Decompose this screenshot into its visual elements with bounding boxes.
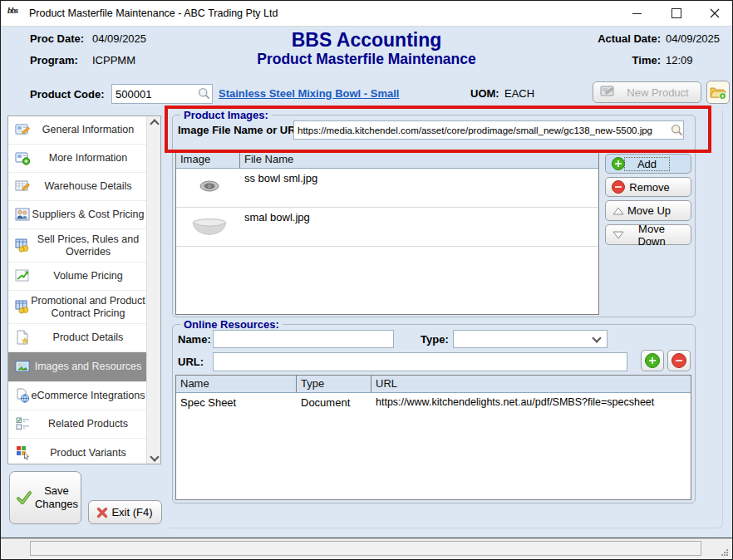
chevron-down-icon bbox=[592, 333, 601, 342]
image-url-label: Image File Name or URL: bbox=[178, 124, 306, 136]
new-product-label: New Product bbox=[615, 86, 701, 99]
resource-name-label: Name: bbox=[178, 333, 211, 346]
exit-label: Exit (F4) bbox=[108, 506, 156, 518]
product-code-search-icon[interactable] bbox=[198, 87, 210, 103]
maximize-icon bbox=[672, 8, 681, 18]
minimize-button[interactable] bbox=[617, 1, 656, 26]
table-row[interactable]: smal bowl.jpg bbox=[176, 208, 598, 247]
table-row[interactable]: Spec Sheet Document https://www.kitchend… bbox=[176, 393, 691, 413]
plus-icon bbox=[645, 353, 660, 368]
save-changes-label: Save Changes bbox=[32, 484, 81, 512]
sell-prices-icon bbox=[15, 238, 32, 254]
image-url-search-icon[interactable] bbox=[671, 124, 683, 140]
online-resources-table: Name Type URL Spec Sheet Document https:… bbox=[175, 375, 691, 500]
new-product-button[interactable]: New Product bbox=[593, 81, 701, 103]
title-bar: bbs Product Masterfile Maintenance - ABC… bbox=[1, 1, 732, 27]
product-images-table-header: Image File Name bbox=[176, 151, 598, 169]
sidebar-item-product-variants[interactable]: Product Variants bbox=[8, 439, 146, 467]
minimize-icon bbox=[632, 13, 642, 14]
window-title: Product Masterfile Maintenance - ABC Tra… bbox=[29, 7, 278, 19]
product-name-link[interactable]: Stainless Steel Mixing Bowl - Small bbox=[219, 87, 399, 100]
resource-type-cell: Document bbox=[301, 396, 350, 409]
actual-date-label: Actual Date: bbox=[593, 32, 661, 45]
move-down-label: Move Down bbox=[624, 223, 679, 248]
promotional-pricing-icon bbox=[15, 299, 32, 316]
column-header-name: Name bbox=[176, 376, 297, 392]
resource-name-cell: Spec Sheet bbox=[180, 396, 236, 409]
column-header-type: Type bbox=[297, 376, 371, 392]
sidebar-item-volume-pricing[interactable]: Volume Pricing bbox=[8, 263, 146, 291]
resource-url-cell: https://www.kitchendelights.net.au/pdf/S… bbox=[376, 396, 654, 408]
move-down-icon bbox=[612, 230, 624, 240]
sidebar-item-product-details[interactable]: Product Details bbox=[8, 324, 146, 352]
scroll-up-icon[interactable] bbox=[147, 116, 161, 130]
remove-icon bbox=[612, 180, 625, 194]
sidebar-nav: General Information More Information War… bbox=[7, 115, 161, 464]
remove-resource-button[interactable] bbox=[667, 350, 691, 371]
resource-type-label: Type: bbox=[421, 333, 449, 346]
resource-type-select[interactable] bbox=[453, 330, 608, 348]
online-resources-group-label: Online Resources: bbox=[180, 318, 283, 331]
product-details-icon bbox=[15, 330, 32, 346]
move-up-icon bbox=[612, 206, 624, 216]
app-logo-icon: bbs bbox=[7, 5, 24, 22]
sidebar-item-sell-prices[interactable]: Sell Prices, Rules and Overrides bbox=[8, 229, 146, 263]
sidebar-item-promotional-pricing[interactable]: Promotional and Product Contract Pricing bbox=[8, 291, 146, 324]
online-resources-table-header: Name Type URL bbox=[176, 376, 691, 393]
status-message-panel bbox=[30, 541, 701, 556]
close-button[interactable] bbox=[696, 1, 733, 26]
move-up-label: Move Up bbox=[624, 204, 674, 217]
actual-date-value: 04/09/2025 bbox=[666, 32, 720, 45]
images-resources-icon bbox=[15, 359, 32, 376]
add-image-button[interactable]: Add bbox=[605, 154, 691, 174]
sidebar-item-ecommerce-integrations[interactable]: eCommerce Integrations bbox=[8, 382, 146, 410]
image-url-input[interactable] bbox=[293, 120, 684, 140]
resource-name-input[interactable] bbox=[213, 330, 394, 348]
add-icon bbox=[612, 157, 625, 170]
ecommerce-icon bbox=[15, 388, 32, 405]
time-label: Time: bbox=[593, 54, 661, 66]
product-variants-icon bbox=[15, 445, 32, 461]
resize-grip[interactable] bbox=[721, 548, 728, 556]
sidebar-item-warehouse-details[interactable]: Warehouse Details bbox=[8, 173, 146, 201]
minus-icon bbox=[672, 353, 686, 368]
file-name-cell: ss bowl sml.jpg bbox=[244, 172, 317, 184]
table-row[interactable]: ss bowl sml.jpg bbox=[176, 169, 598, 208]
remove-button-label: Remove bbox=[625, 181, 674, 194]
sidebar-item-general-information[interactable]: General Information bbox=[8, 116, 146, 145]
sidebar-item-more-information[interactable]: More Information bbox=[8, 145, 146, 173]
column-header-url: URL bbox=[371, 376, 691, 392]
volume-pricing-icon bbox=[15, 268, 32, 285]
exit-x-icon bbox=[96, 507, 108, 518]
related-products-icon bbox=[15, 416, 32, 433]
product-code-label: Product Code: bbox=[30, 88, 105, 101]
move-down-button[interactable]: Move Down bbox=[605, 224, 691, 245]
product-image-thumbnail bbox=[191, 218, 228, 241]
sidebar-item-images-and-resources[interactable]: Images and Resources bbox=[8, 352, 146, 382]
sidebar-item-suppliers-cost-pricing[interactable]: Suppliers & Cost Pricing bbox=[8, 201, 146, 229]
close-icon bbox=[710, 8, 720, 18]
maximize-button[interactable] bbox=[657, 1, 696, 26]
folder-add-icon bbox=[710, 85, 727, 100]
uom-label: UOM: bbox=[470, 87, 499, 100]
sidebar-scrollbar[interactable] bbox=[146, 116, 160, 464]
uom-value: EACH bbox=[504, 87, 534, 100]
column-header-image: Image bbox=[176, 151, 240, 168]
add-resource-button[interactable] bbox=[641, 350, 664, 371]
open-folder-button[interactable] bbox=[706, 81, 730, 104]
product-images-table: Image File Name ss bowl sml.jpg smal bow… bbox=[175, 150, 599, 315]
scroll-down-icon[interactable] bbox=[147, 449, 161, 464]
time-value: 12:09 bbox=[666, 54, 693, 66]
move-up-button[interactable]: Move Up bbox=[605, 200, 691, 221]
resource-url-label: URL: bbox=[178, 356, 204, 368]
save-changes-button[interactable]: Save Changes bbox=[9, 471, 81, 524]
app-window: bbs Product Masterfile Maintenance - ABC… bbox=[0, 0, 733, 560]
add-button-label: Add bbox=[625, 158, 669, 170]
resource-url-input[interactable] bbox=[213, 352, 627, 371]
sidebar-item-related-products[interactable]: Related Products bbox=[8, 410, 146, 439]
suppliers-icon bbox=[15, 207, 32, 224]
exit-button[interactable]: Exit (F4) bbox=[88, 500, 162, 524]
new-product-icon bbox=[600, 86, 615, 100]
save-check-icon bbox=[16, 489, 32, 506]
remove-image-button[interactable]: Remove bbox=[605, 177, 691, 197]
